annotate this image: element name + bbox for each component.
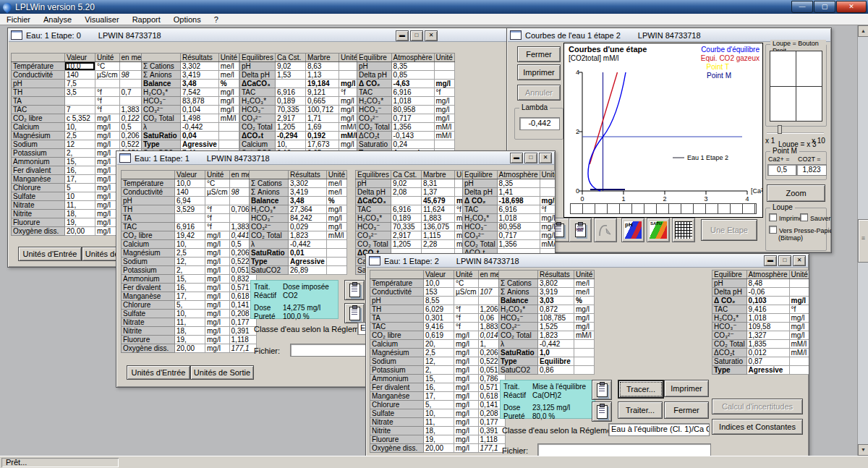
value-cell[interactable]: 19, <box>175 336 205 344</box>
value-cell[interactable]: °f <box>205 223 230 231</box>
value-cell[interactable]: 19,184 <box>305 80 339 88</box>
menu-item-visualiser[interactable]: Visualiser <box>78 15 126 24</box>
value-cell[interactable]: mg/l <box>95 123 120 132</box>
value-cell[interactable] <box>326 249 346 258</box>
value-cell[interactable]: % <box>218 80 239 88</box>
value-cell[interactable] <box>434 140 454 149</box>
value-cell[interactable]: mg/l <box>205 240 230 249</box>
maximize-button[interactable]: □ <box>524 153 537 163</box>
value-cell[interactable]: 3,419 <box>289 188 327 197</box>
value-cell[interactable]: 6,916 <box>275 88 305 97</box>
value-cell[interactable]: mg/l <box>454 409 479 418</box>
value-cell[interactable]: 3,919 <box>538 288 574 297</box>
value-cell[interactable]: mg/l <box>205 284 230 292</box>
value-cell[interactable]: 1,356 <box>391 123 434 132</box>
value-cell[interactable]: mg/l <box>95 140 120 149</box>
value-cell[interactable]: mg/l <box>540 214 556 223</box>
value-cell[interactable]: -0,442 <box>181 123 219 132</box>
value-cell[interactable]: 17, <box>175 292 205 301</box>
value-cell[interactable] <box>218 140 239 149</box>
value-cell[interactable]: -18,698 <box>497 197 540 205</box>
minimize-button[interactable]: — <box>791 1 813 13</box>
maximize-button[interactable]: ▢ <box>814 1 835 13</box>
value-cell[interactable]: mg/l <box>205 275 230 284</box>
value-cell[interactable]: mg/l <box>574 323 595 331</box>
indices-constantes-button[interactable]: Indices et Constantes <box>712 419 803 435</box>
value-cell[interactable]: 0,872 <box>538 305 574 314</box>
minimize-button[interactable]: ▬ <box>396 30 409 41</box>
value-cell[interactable]: 1,69 <box>305 123 339 132</box>
value-cell[interactable]: 2, <box>175 266 205 275</box>
value-cell[interactable]: mg/l <box>326 205 346 214</box>
value-cell[interactable]: 0,87 <box>746 357 789 366</box>
value-cell[interactable]: 27,364 <box>289 205 327 214</box>
value-cell[interactable] <box>789 279 809 288</box>
value-cell[interactable]: 18, <box>65 210 95 218</box>
value-cell[interactable]: °C <box>95 62 120 71</box>
value-cell[interactable]: 12 <box>65 140 95 149</box>
value-cell[interactable] <box>95 80 120 88</box>
value-cell[interactable]: 1,205 <box>275 123 305 132</box>
satu-curves-button[interactable]: SATU <box>647 218 670 242</box>
value-cell[interactable]: mg/l <box>95 114 120 123</box>
value-cell[interactable]: mg/l <box>454 427 479 435</box>
imprimer-button[interactable]: Imprimer <box>517 64 561 80</box>
value-cell[interactable]: 1,41 <box>497 188 540 197</box>
value-cell[interactable] <box>574 340 595 349</box>
value-cell[interactable]: µS/cm <box>205 188 230 197</box>
value-cell[interactable]: 2,917 <box>391 231 421 240</box>
value-cell[interactable]: 2,28 <box>421 240 454 249</box>
menu-item-help[interactable]: ? <box>208 15 225 24</box>
value-cell[interactable]: 9,02 <box>391 179 421 188</box>
value-cell[interactable]: 0,189 <box>391 214 421 223</box>
value-cell[interactable]: mg/l <box>454 331 479 340</box>
value-cell[interactable]: me/l <box>326 188 346 197</box>
value-cell[interactable]: mg/l <box>454 392 479 401</box>
value-cell[interactable]: 11, <box>424 418 454 427</box>
minimize-button[interactable]: ▬ <box>764 255 777 266</box>
value-cell[interactable]: 10,0 <box>424 279 454 288</box>
hmf-report-button[interactable]: HMF <box>569 218 592 242</box>
value-cell[interactable]: 19, <box>424 435 454 444</box>
value-cell[interactable]: 0,177 <box>478 418 506 427</box>
value-cell[interactable]: mg/l <box>789 323 809 331</box>
value-cell[interactable]: 10,0 <box>65 62 95 71</box>
value-cell[interactable]: mg/l <box>454 340 479 349</box>
value-cell[interactable]: mg/l <box>789 297 809 305</box>
value-cell[interactable]: 15, <box>424 375 454 383</box>
minimize-button[interactable]: ▬ <box>510 153 523 163</box>
value-cell[interactable]: mg/l <box>434 114 454 123</box>
value-cell[interactable]: 140 <box>175 188 205 197</box>
value-cell[interactable]: 11, <box>65 201 95 210</box>
value-cell[interactable]: mM/l <box>434 132 454 140</box>
close-icon[interactable]: ✕ <box>539 153 552 163</box>
value-cell[interactable]: °f <box>205 214 230 223</box>
value-cell[interactable]: 6,916 <box>391 88 434 97</box>
value-cell[interactable]: 1,118 <box>478 435 506 444</box>
value-cell[interactable]: 1,0 <box>538 349 574 357</box>
close-icon[interactable]: ✕ <box>425 30 438 41</box>
value-cell[interactable]: 8,31 <box>421 179 454 188</box>
value-cell[interactable]: 15, <box>175 275 205 284</box>
value-cell[interactable]: 100,712 <box>305 106 339 114</box>
value-cell[interactable]: 7,542 <box>181 88 219 97</box>
value-cell[interactable]: 12, <box>175 258 205 266</box>
value-cell[interactable]: mg/l <box>540 197 556 205</box>
value-cell[interactable]: 70,335 <box>391 223 421 231</box>
unites-entree-button[interactable]: Unités d'Entrée <box>18 247 82 261</box>
value-cell[interactable]: mg/l <box>454 366 479 375</box>
value-cell[interactable]: 0,029 <box>289 223 327 231</box>
value-cell[interactable]: 7,5 <box>65 80 95 88</box>
loupe-slider-thumb[interactable] <box>778 125 782 134</box>
value-cell[interactable]: 84,242 <box>289 214 327 223</box>
value-cell[interactable]: 3,03 <box>538 297 574 305</box>
value-cell[interactable]: 10, <box>65 123 95 132</box>
value-cell[interactable]: mg/l <box>454 401 479 409</box>
copy-step-button[interactable] <box>592 380 612 400</box>
value-cell[interactable]: mg/l <box>205 266 230 275</box>
value-cell[interactable]: 108,785 <box>538 314 574 323</box>
value-cell[interactable]: 0,24 <box>391 140 434 149</box>
value-cell[interactable]: 0,012 <box>746 349 789 357</box>
fermer-button[interactable]: Fermer <box>517 46 561 62</box>
value-cell[interactable]: 1,356 <box>497 240 540 249</box>
